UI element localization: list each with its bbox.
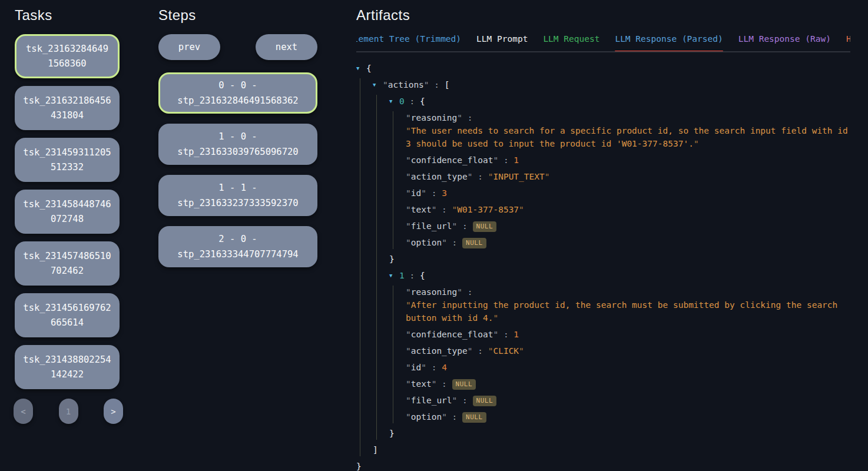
json-leaf-row: "option" : NULL [406,410,850,423]
json-token: " [406,396,411,405]
step-button[interactable]: 0 - 0 - stp_231632846491568362 [158,72,317,114]
json-node-children: ▼0 : {"reasoning" : "The user needs to s… [376,95,850,440]
json-token: " [468,346,473,356]
json-token: " [406,300,411,310]
json-token: " [519,205,524,214]
json-value: 1 [513,155,519,165]
json-leaf-row: "reasoning" : "After inputting the produ… [406,286,850,324]
json-leaf-row: "reasoning" : "The user needs to search … [406,111,850,150]
json-token: " [406,346,411,356]
json-node-open: ▼{ [356,62,850,75]
json-token: " [406,205,411,214]
json-token: : [473,346,488,356]
step-button-label: 2 - 0 - stp_231633344707774794 [166,231,310,262]
tab-label-part: Htm [846,34,850,44]
json-leaf-row: "text" : "W01-377-8537" [406,203,850,216]
task-button[interactable]: tsk_231457486510702462 [15,241,120,286]
collapse-arrow-icon[interactable]: ▼ [373,78,379,91]
json-token: " [519,346,524,356]
json-token: " [406,155,411,165]
json-key: action_type [411,346,468,356]
json-value: 4 [442,363,447,372]
pagination-page-button[interactable]: 1 [59,399,78,424]
json-key: confidence_float [411,155,493,165]
json-token: " [493,313,498,323]
json-null-badge: NULL [473,396,497,406]
artifacts-tabs-container: Element Tree (Trimmed)LLM PromptLLM Requ… [356,34,850,52]
json-value: "INPUT_TEXT" [488,170,550,183]
json-node-children: "reasoning" : "After inputting the produ… [393,286,850,423]
json-token: " [457,287,462,297]
task-button[interactable]: tsk_231458448746072748 [15,190,120,234]
json-node-open: ▼0 : { [389,95,850,108]
pagination-next-button[interactable]: > [104,399,123,424]
json-token: " [442,238,447,247]
artifacts-tabs: Element Tree (Trimmed)LLM PromptLLM Requ… [356,34,850,51]
json-token: " [406,172,411,181]
json-token: [ [445,80,450,89]
json-token: " [406,363,411,372]
collapse-arrow-icon[interactable]: ▼ [356,62,362,75]
artifacts-heading: Artifacts [356,7,850,24]
artifacts-panel: Artifacts Element Tree (Trimmed)LLM Prom… [356,0,850,471]
json-value: "The user needs to search for a specific… [406,124,850,150]
task-button[interactable]: tsk_231456169762665614 [15,293,120,337]
tab-label-part: LLM Request [543,34,599,44]
steps-next-button[interactable]: next [256,34,317,60]
task-button-label: tsk_231456169762665614 [22,301,112,330]
json-null-badge: NULL [462,238,486,248]
step-button-label: 0 - 0 - stp_231632846491568362 [168,78,308,108]
task-button[interactable]: tsk_231438802254142422 [15,345,120,389]
tasks-pagination: < 1 > [14,399,123,424]
json-key: confidence_float [411,330,493,339]
json-array-index: 1 [399,271,405,280]
step-button[interactable]: 2 - 0 - stp_231633344707774794 [158,226,317,267]
json-value: "CLICK" [488,344,524,357]
json-token: " [421,188,426,198]
json-token: The user needs to search for a specific … [406,126,848,148]
json-token: " [406,126,411,135]
task-button-label: tsk_231459311205512332 [22,145,112,175]
task-button[interactable]: tsk_231459311205512332 [15,138,120,182]
json-token: W01-377-8537 [457,205,519,214]
tab-label-part: LLM Response (Parsed) [615,34,723,44]
json-token: : [498,155,513,165]
tab-llm-prompt[interactable]: LLM Prompt [476,34,528,51]
json-token: : [473,172,488,181]
json-key: id [411,363,421,372]
steps-prev-button[interactable]: prev [158,34,220,60]
json-token: " [421,363,426,372]
json-key: file_url [411,221,452,231]
task-button[interactable]: tsk_231632186456431804 [15,86,120,130]
json-token: CLICK [493,346,519,356]
step-button-label: 1 - 0 - stp_231633039765096720 [166,129,310,160]
json-key: option [411,412,442,422]
tab-label-part: Element Tree (Trimmed) [356,34,461,44]
collapse-arrow-icon[interactable]: ▼ [389,269,395,282]
step-button[interactable]: 1 - 0 - stp_231633039765096720 [158,124,317,165]
tab-element-tree-trimmed[interactable]: Element Tree (Trimmed) [356,34,461,51]
json-token: { [366,64,372,73]
tab-html-raw[interactable]: Html (Raw) [846,34,850,51]
tab-llm-response-raw[interactable]: LLM Response (Raw) [738,34,831,51]
json-token: After inputting the product id, the sear… [406,300,837,323]
steps-column: Steps prev next 0 - 0 - stp_231632846491… [158,0,317,471]
json-node-open: ▼1 : { [389,269,850,282]
json-token: : [447,412,462,422]
json-key: action_type [411,172,468,181]
pagination-prev-button[interactable]: < [14,399,33,424]
step-button[interactable]: 1 - 1 - stp_231633237333592370 [158,175,317,216]
json-leaf-row: "id" : 3 [406,187,850,200]
json-array-index: 0 [399,97,405,106]
task-button-label: tsk_231632846491568360 [24,42,110,71]
json-token: : [462,287,472,297]
tasks-heading: Tasks [15,7,120,24]
json-leaf-row: "confidence_float" : 1 [406,328,850,341]
task-button[interactable]: tsk_231632846491568360 [15,34,120,78]
json-token: { [420,271,425,280]
tab-llm-request[interactable]: LLM Request [543,34,599,51]
json-token: : [457,221,472,231]
tab-llm-response-parsed[interactable]: LLM Response (Parsed) [615,34,723,51]
step-list: 0 - 0 - stp_2316328464915683621 - 0 - st… [158,72,317,267]
collapse-arrow-icon[interactable]: ▼ [389,95,395,108]
